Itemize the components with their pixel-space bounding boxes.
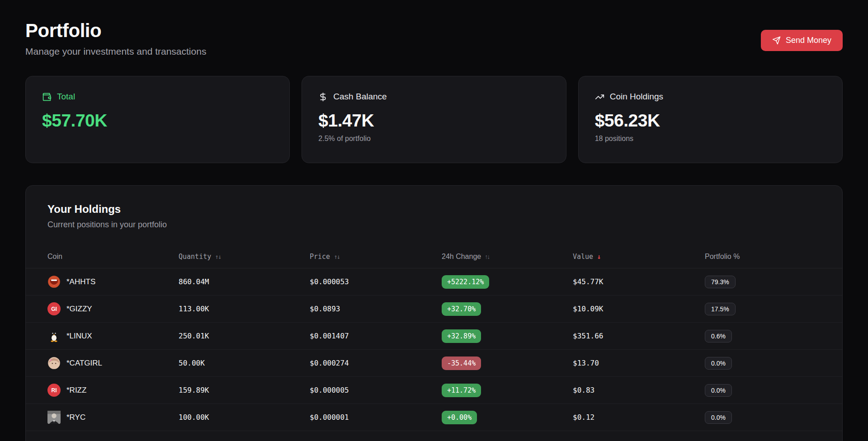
table-row[interactable]: GI *GIZZY 113.00K $0.0893 +32.70% $10.09… — [26, 296, 842, 323]
price-cell: $0.000001 — [310, 413, 442, 422]
sort-icons: ↑↓ — [334, 253, 340, 260]
total-card: Total $57.70K — [25, 76, 290, 163]
coin-name: *RIZZ — [66, 386, 86, 395]
stats-row: Total $57.70K Cash Balance $1.47K 2.5% o… — [25, 76, 843, 163]
coin-holdings-card-label: Coin Holdings — [610, 92, 663, 102]
table-row[interactable]: *LINUX 250.01K $0.001407 +32.89% $351.66… — [26, 323, 842, 350]
change-badge: -35.44% — [442, 357, 481, 370]
table-header-row: Coin Quantity ↑↓ Price ↑↓ 24h Change ↑↓ … — [26, 245, 842, 268]
coin-holdings-card-header: Coin Holdings — [595, 92, 826, 102]
coin-name: *CATGIRL — [66, 359, 102, 368]
send-money-button[interactable]: Send Money — [761, 30, 843, 51]
cash-balance-card-sub: 2.5% of portfolio — [318, 135, 549, 143]
coin-icon — [47, 357, 61, 370]
portfolio-page: Portfolio Manage your investments and tr… — [0, 0, 868, 441]
coin-holdings-card-sub: 18 positions — [595, 135, 826, 143]
coin-cell: RI *RIZZ — [47, 384, 179, 397]
cash-balance-card: Cash Balance $1.47K 2.5% of portfolio — [302, 76, 566, 163]
page-subtitle: Manage your investments and transactions — [25, 46, 206, 57]
change-cell: -35.44% — [442, 357, 573, 370]
column-header-change[interactable]: 24h Change ↑↓ — [442, 253, 573, 261]
table-row[interactable]: *AHHTS 860.04M $0.000053 +5222.12% $45.7… — [26, 268, 842, 296]
coin-name: *AHHTS — [66, 277, 95, 286]
coin-icon — [47, 411, 61, 424]
coin-cell: *CATGIRL — [47, 357, 179, 370]
change-cell: +0.00% — [442, 411, 573, 424]
coin-icon: RI — [47, 384, 61, 397]
column-header-quantity[interactable]: Quantity ↑↓ — [179, 253, 310, 261]
coin-cell: GI *GIZZY — [47, 302, 179, 315]
table-row[interactable]: *RYC 100.00K $0.000001 +0.00% $0.12 0.0% — [26, 404, 842, 431]
column-label-change: 24h Change — [442, 253, 481, 261]
total-card-label: Total — [57, 92, 75, 102]
coin-cell: *LINUX — [47, 329, 179, 342]
column-header-price[interactable]: Price ↑↓ — [310, 253, 442, 261]
column-label-quantity: Quantity — [179, 253, 211, 261]
coin-icon — [47, 275, 61, 288]
change-badge: +5222.12% — [442, 275, 489, 289]
column-label-price: Price — [310, 253, 330, 261]
holdings-subtitle: Current positions in your portfolio — [26, 220, 842, 230]
change-badge: +0.00% — [442, 411, 477, 424]
cash-balance-card-label: Cash Balance — [333, 92, 387, 102]
coin-icon — [47, 329, 61, 342]
page-title: Portfolio — [25, 20, 206, 42]
send-money-label: Send Money — [786, 36, 831, 45]
quantity-cell: 100.00K — [179, 413, 310, 422]
send-icon — [772, 36, 781, 45]
change-badge: +11.72% — [442, 384, 481, 397]
change-cell: +5222.12% — [442, 275, 573, 289]
quantity-cell: 159.89K — [179, 386, 310, 394]
table-row[interactable]: *CATGIRL 50.00K $0.000274 -35.44% $13.70… — [26, 350, 842, 377]
portfolio-pct-cell: 79.3% — [705, 276, 821, 288]
change-badge: +32.70% — [442, 302, 481, 316]
portfolio-pct-pill: 0.6% — [705, 330, 732, 342]
change-cell: +11.72% — [442, 384, 573, 397]
portfolio-pct-pill: 79.3% — [705, 276, 736, 288]
coin-cell: *RYC — [47, 411, 179, 424]
quantity-cell: 250.01K — [179, 332, 310, 340]
holdings-panel: Your Holdings Current positions in your … — [25, 185, 843, 441]
sort-icons: ↑↓ — [215, 253, 221, 260]
coin-name: *RYC — [66, 413, 85, 422]
column-label-coin: Coin — [47, 253, 62, 261]
holdings-title: Your Holdings — [26, 203, 842, 216]
portfolio-pct-cell: 0.0% — [705, 384, 821, 397]
cash-balance-card-header: Cash Balance — [318, 92, 549, 102]
coin-name: *LINUX — [66, 332, 92, 341]
column-header-coin: Coin — [47, 253, 179, 261]
value-cell: $10.09K — [573, 305, 705, 313]
trending-up-icon — [595, 92, 604, 102]
change-cell: +32.89% — [442, 329, 573, 343]
column-label-portfolio-pct: Portfolio % — [705, 253, 740, 261]
change-badge: +32.89% — [442, 329, 481, 343]
portfolio-pct-pill: 0.0% — [705, 411, 732, 424]
column-header-value[interactable]: Value ↓ — [573, 253, 705, 261]
page-header-text: Portfolio Manage your investments and tr… — [25, 20, 206, 57]
quantity-cell: 860.04M — [179, 277, 310, 286]
holdings-table-body: *AHHTS 860.04M $0.000053 +5222.12% $45.7… — [26, 268, 842, 431]
portfolio-pct-pill: 0.0% — [705, 384, 732, 397]
total-card-value: $57.70K — [42, 111, 273, 131]
coin-icon: GI — [47, 302, 61, 315]
portfolio-pct-pill: 0.0% — [705, 357, 732, 370]
total-card-header: Total — [42, 92, 273, 102]
value-cell: $45.77K — [573, 277, 705, 286]
price-cell: $0.000005 — [310, 386, 442, 394]
quantity-cell: 113.00K — [179, 305, 310, 313]
price-cell: $0.001407 — [310, 332, 442, 340]
price-cell: $0.000053 — [310, 277, 442, 286]
table-row[interactable]: RI *RIZZ 159.89K $0.000005 +11.72% $0.83… — [26, 377, 842, 404]
sort-icons: ↑↓ — [485, 253, 489, 260]
change-cell: +32.70% — [442, 302, 573, 316]
wallet-icon — [42, 92, 52, 102]
value-cell: $13.70 — [573, 359, 705, 367]
portfolio-pct-cell: 17.5% — [705, 303, 821, 315]
value-cell: $351.66 — [573, 332, 705, 340]
quantity-cell: 50.00K — [179, 359, 310, 367]
portfolio-pct-pill: 17.5% — [705, 303, 736, 315]
cash-balance-card-value: $1.47K — [318, 111, 549, 131]
coin-holdings-card-value: $56.23K — [595, 111, 826, 131]
column-label-value: Value — [573, 253, 593, 261]
coin-cell: *AHHTS — [47, 275, 179, 288]
